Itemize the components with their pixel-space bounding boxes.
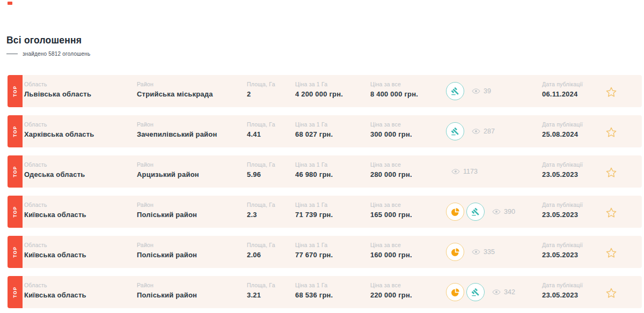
region-label: Область: [24, 242, 86, 248]
listing-row[interactable]: TOP Область Харківська область Район Зач…: [8, 115, 642, 147]
date-cell: Дата публікації 23.05.2023: [542, 202, 583, 219]
date-value: 25.08.2024: [542, 130, 583, 138]
area-value: 4.41: [247, 130, 275, 138]
area-label: Площа, Га: [247, 282, 275, 288]
area-label: Площа, Га: [247, 81, 275, 87]
pie-chart-icon: [446, 203, 464, 221]
area-label: Площа, Га: [247, 161, 275, 168]
eye-icon: [472, 128, 480, 135]
listing-row[interactable]: TOP Область Одеська область Район Арцизь…: [8, 155, 642, 188]
area-cell: Площа, Га 4.41: [247, 121, 275, 138]
price-total-label: Ціна за все: [370, 202, 412, 208]
listing-icons: 287: [446, 115, 495, 147]
date-cell: Дата публікації 23.05.2023: [542, 161, 583, 178]
date-label: Дата публікації: [542, 282, 583, 288]
pie-chart-icon: [446, 283, 464, 301]
top-badge-label: TOP: [12, 286, 18, 297]
area-cell: Площа, Га 5.96: [247, 161, 275, 178]
price-total-value: 8 400 000 грн.: [370, 90, 418, 98]
district-label: Район: [137, 202, 197, 208]
price-per-ha-cell: Ціна за 1 Га 68 027 грн.: [295, 121, 333, 138]
region-value: Одеська область: [24, 170, 85, 178]
price-per-ha-cell: Ціна за 1 Га 46 980 грн.: [295, 161, 333, 178]
auction-hammer-icon: [446, 82, 464, 100]
favorite-star-icon[interactable]: [605, 207, 617, 219]
district-cell: Район Стрийська міськрада: [137, 81, 213, 98]
results-count: знайдено 5812 оголошень: [23, 51, 90, 57]
eye-icon: [492, 208, 501, 215]
area-cell: Площа, Га 2.06: [247, 242, 275, 259]
results-count-row: знайдено 5812 оголошень: [6, 51, 90, 57]
top-badge-label: TOP: [12, 246, 18, 257]
views-counter: 39: [472, 87, 491, 95]
district-cell: Район Поліський район: [137, 242, 197, 259]
top-badge-label: TOP: [12, 125, 18, 137]
district-label: Район: [137, 282, 197, 288]
listing-icons: 390: [446, 196, 515, 228]
top-badge: TOP: [8, 115, 23, 147]
price-per-ha-label: Ціна за 1 Га: [295, 81, 343, 87]
district-value: Поліський район: [137, 211, 197, 219]
top-badge: TOP: [8, 196, 23, 228]
region-cell: Область Одеська область: [24, 161, 85, 178]
listing-icons: 335: [446, 236, 495, 268]
date-value: 23.05.2023: [542, 170, 583, 178]
views-counter: 335: [472, 248, 495, 256]
price-total-value: 280 000 грн.: [370, 170, 412, 178]
area-label: Площа, Га: [247, 202, 275, 208]
price-total-label: Ціна за все: [370, 121, 412, 128]
price-per-ha-label: Ціна за 1 Га: [295, 242, 333, 248]
district-label: Район: [137, 121, 217, 128]
price-per-ha-value: 71 739 грн.: [295, 211, 333, 219]
favorite-star-icon[interactable]: [605, 86, 617, 98]
district-cell: Район Арцизький район: [137, 161, 199, 178]
price-total-cell: Ціна за все 280 000 грн.: [370, 161, 412, 178]
views-counter: 390: [492, 208, 515, 215]
views-count: 1173: [463, 168, 478, 175]
region-label: Область: [24, 161, 85, 168]
region-value: Київська область: [24, 251, 86, 259]
listing-row[interactable]: TOP Область Київська область Район Поліс…: [8, 236, 642, 268]
district-label: Район: [137, 161, 199, 168]
price-per-ha-label: Ціна за 1 Га: [295, 161, 333, 168]
date-value: 06.11.2024: [542, 90, 583, 98]
region-label: Область: [24, 282, 86, 288]
district-label: Район: [137, 242, 197, 248]
district-cell: Район Поліський район: [137, 202, 197, 219]
pie-chart-icon: [446, 243, 464, 261]
district-label: Район: [137, 81, 213, 87]
page-top-marker: [8, 2, 12, 5]
district-value: Поліський район: [137, 251, 197, 259]
favorite-star-icon[interactable]: [605, 167, 617, 178]
region-cell: Область Київська область: [24, 282, 86, 299]
decorative-dash: [6, 54, 18, 54]
listing-row[interactable]: TOP Область Львівська область Район Стри…: [8, 75, 642, 107]
price-per-ha-label: Ціна за 1 Га: [295, 282, 333, 288]
top-badge-label: TOP: [12, 166, 18, 177]
price-per-ha-value: 68 536 грн.: [295, 291, 333, 299]
price-per-ha-label: Ціна за 1 Га: [295, 121, 333, 128]
price-total-cell: Ціна за все 300 000 грн.: [370, 121, 412, 138]
price-per-ha-value: 68 027 грн.: [295, 130, 333, 138]
district-value: Арцизький район: [137, 170, 199, 178]
price-per-ha-cell: Ціна за 1 Га 71 739 грн.: [295, 202, 333, 219]
auction-hammer-icon: [466, 203, 485, 221]
region-value: Харківська область: [24, 130, 94, 138]
favorite-star-icon[interactable]: [605, 287, 617, 299]
date-label: Дата публікації: [542, 202, 583, 208]
listing-row[interactable]: TOP Область Київська область Район Поліс…: [8, 276, 642, 308]
region-cell: Область Київська область: [24, 202, 86, 219]
top-badge-label: TOP: [12, 85, 18, 96]
district-value: Поліський район: [137, 291, 197, 299]
favorite-star-icon[interactable]: [605, 126, 617, 138]
district-cell: Район Зачепилівський район: [137, 121, 217, 138]
price-total-cell: Ціна за все 165 000 грн.: [370, 202, 412, 219]
listing-icons: 39: [446, 75, 491, 107]
favorite-star-icon[interactable]: [605, 247, 617, 259]
date-label: Дата публікації: [542, 121, 583, 128]
listing-row[interactable]: TOP Область Київська область Район Поліс…: [8, 196, 642, 228]
region-label: Область: [24, 202, 86, 208]
price-total-value: 220 000 грн.: [370, 291, 412, 299]
page-title: Всі оголошення: [6, 35, 82, 46]
area-cell: Площа, Га 2: [247, 81, 275, 98]
